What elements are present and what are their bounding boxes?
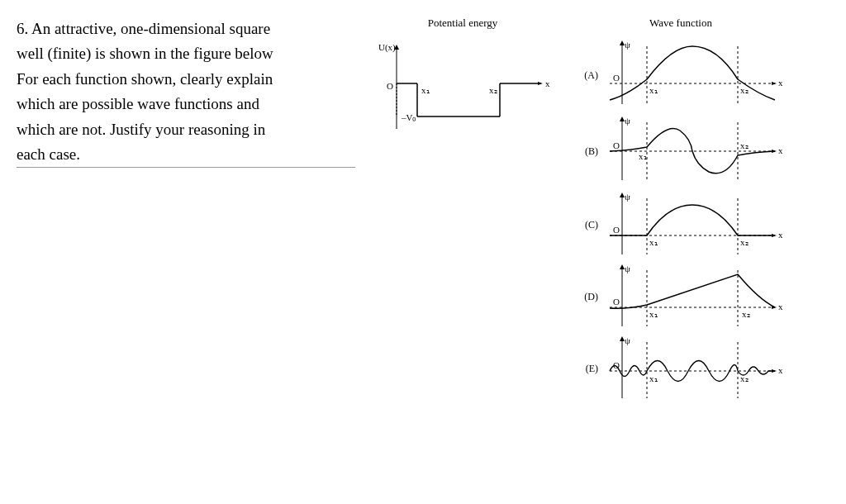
plot-A: ψ x O x₁ x₂: [601, 38, 783, 112]
svg-text:O: O: [613, 73, 620, 83]
page-container: 6. An attractive, one-dimensional square…: [17, 17, 829, 406]
potential-energy-figure: Potential energy U(x) O x x₁ x₂: [372, 17, 554, 406]
wavefunction-D: (D) ψ x O x₁ x₂: [578, 262, 783, 332]
question-text: 6. An attractive, one-dimensional square…: [17, 17, 355, 168]
question-line1: An attractive, one-dimensional square: [31, 20, 270, 37]
potential-x2: x₂: [489, 85, 497, 95]
wavefunction-title: Wave function: [649, 17, 712, 30]
potential-depth: –V₀: [401, 112, 416, 122]
svg-marker-13: [772, 82, 777, 85]
label-B: (B): [578, 145, 601, 158]
svg-text:x: x: [778, 230, 783, 240]
plot-D: ψ x O x₁ x₂: [601, 262, 783, 332]
potential-ylabel: U(x): [378, 42, 396, 53]
svg-text:x₂: x₂: [742, 309, 750, 319]
potential-xaxis: x: [545, 78, 550, 88]
svg-text:x: x: [778, 365, 783, 375]
wavefunction-A: (A) ψ x O x₁ x₂: [578, 38, 783, 112]
svg-text:x: x: [778, 145, 783, 155]
wavefunction-E: (E) ψ x O x₁ x₂: [578, 334, 783, 404]
potential-x1: x₁: [421, 85, 430, 95]
question-line2: well (finite) is shown in the figure bel…: [17, 45, 273, 62]
svg-text:ψ: ψ: [625, 40, 630, 50]
plot-E: ψ x O x₁ x₂: [601, 334, 783, 404]
svg-text:ψ: ψ: [625, 192, 630, 202]
wavefunction-C: (C) ψ x O x₁ x₂: [578, 190, 783, 260]
potential-well-plot: U(x) O x x₁ x₂ –V₀: [372, 38, 554, 145]
svg-text:x₁: x₁: [649, 237, 658, 247]
wavefunction-figures: Wave function (A) ψ x O x₁ x₂: [578, 17, 783, 406]
question-line4: which are possible wave functions and: [17, 95, 259, 112]
svg-text:x₁: x₁: [649, 373, 658, 383]
wavefunction-B: (B) ψ x O x₁ x₂: [578, 114, 783, 188]
svg-text:x₁: x₁: [649, 309, 658, 319]
svg-text:x₂: x₂: [740, 85, 749, 95]
question-line3: For each function shown, clearly explain: [17, 70, 273, 88]
svg-text:O: O: [613, 225, 620, 235]
svg-text:x: x: [778, 78, 783, 88]
svg-text:x₁: x₁: [639, 151, 647, 161]
svg-text:O: O: [613, 140, 620, 150]
svg-text:ψ: ψ: [625, 264, 630, 273]
svg-text:O: O: [613, 297, 620, 307]
label-E: (E): [578, 363, 601, 375]
svg-text:x₂: x₂: [740, 237, 749, 247]
plot-B: ψ x O x₁ x₂: [601, 114, 783, 188]
label-A: (A): [578, 69, 601, 82]
svg-text:x: x: [778, 302, 783, 311]
svg-text:x₁: x₁: [649, 85, 658, 95]
svg-text:ψ: ψ: [625, 116, 630, 126]
figures-area: Potential energy U(x) O x x₁ x₂: [372, 17, 829, 406]
question-line5: which are not. Justify your reasoning in: [17, 121, 265, 138]
question-line6: each case.: [17, 142, 355, 168]
svg-marker-7: [538, 82, 543, 85]
plot-C: ψ x O x₁ x₂: [601, 190, 783, 260]
label-C: (C): [578, 219, 601, 231]
svg-text:ψ: ψ: [625, 335, 630, 345]
question-number: 6.: [17, 20, 28, 37]
potential-title: Potential energy: [428, 17, 498, 30]
svg-text:x₂: x₂: [740, 140, 749, 150]
potential-origin: O: [387, 81, 393, 91]
label-D: (D): [578, 291, 601, 303]
